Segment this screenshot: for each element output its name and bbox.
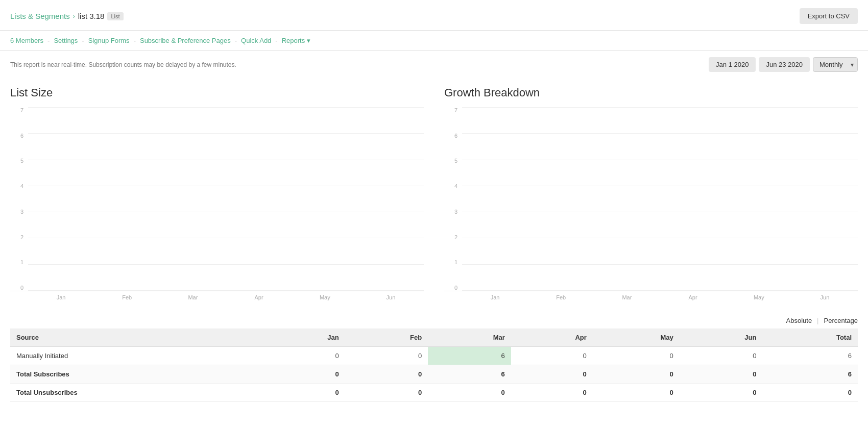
start-date-button[interactable]: Jan 1 2020	[709, 57, 756, 72]
table-cell: 6	[762, 365, 858, 384]
y-axis-label: 3	[10, 209, 26, 215]
nav-sep-2: -	[82, 37, 84, 44]
table-cell: 0	[511, 347, 593, 365]
period-select[interactable]: Monthly Daily Weekly	[813, 57, 858, 72]
table-cell: 0	[345, 384, 428, 402]
breadcrumb-arrow: ›	[73, 13, 75, 20]
list-size-chart-area: 76543210 JanFebMarAprMayJun	[10, 108, 424, 312]
growth-chart: Growth Breakdown 76543210 JanFebMarAprMa…	[444, 78, 858, 312]
y-axis-label: 2	[444, 235, 460, 240]
table-cell: Total Subscribes	[10, 365, 263, 384]
list-size-title: List Size	[10, 78, 424, 99]
table-header-cell: Jan	[263, 328, 345, 347]
x-axis-label: Feb	[94, 294, 160, 300]
nav-quick-add[interactable]: Quick Add	[241, 37, 271, 44]
table-section: Absolute | Percentage SourceJanFebMarApr…	[0, 312, 868, 417]
x-axis-label: Jun	[792, 294, 858, 300]
table-cell: 0	[345, 347, 428, 365]
table-row: Total Unsubscribes0000000	[10, 384, 858, 402]
y-axis-label: 0	[10, 285, 26, 291]
report-bar: This report is near real-time. Subscript…	[0, 51, 868, 78]
table-cell: 0	[593, 384, 680, 402]
table-cell: 0	[593, 365, 680, 384]
nav-bar: 6 Members - Settings - Signup Forms - Su…	[0, 31, 868, 51]
nav-signup-forms[interactable]: Signup Forms	[88, 37, 130, 44]
report-note: This report is near real-time. Subscript…	[10, 61, 236, 68]
y-axis-label: 2	[10, 235, 26, 240]
growth-table: SourceJanFebMarAprMayJunTotal Manually I…	[10, 328, 858, 402]
table-cell: 0	[263, 347, 345, 365]
table-controls: Absolute | Percentage	[10, 312, 858, 328]
table-header-cell: Source	[10, 328, 263, 347]
table-header-cell: Feb	[345, 328, 428, 347]
nav-sep-4: -	[235, 37, 237, 44]
table-cell: 0	[680, 384, 763, 402]
table-cell: 0	[680, 365, 763, 384]
x-axis-label: Jun	[358, 294, 424, 300]
nav-settings[interactable]: Settings	[54, 37, 78, 44]
list-size-chart: List Size 76543210 JanFebMarAprMayJun	[10, 78, 424, 312]
growth-chart-inner: 76543210	[444, 108, 858, 291]
table-cell: 0	[511, 365, 593, 384]
breadcrumb-lists-link[interactable]: Lists & Segments	[10, 12, 70, 20]
breadcrumb-current: list 3.18	[78, 12, 105, 20]
top-bar: Lists & Segments › list 3.18 List Export…	[0, 0, 868, 31]
y-axis-label: 4	[444, 184, 460, 189]
growth-bars	[462, 108, 858, 291]
table-cell: 0	[345, 365, 428, 384]
table-cell: Manually Initiated	[10, 347, 263, 365]
y-axis-label: 5	[10, 158, 26, 164]
table-header-cell: May	[593, 328, 680, 347]
table-cell: 6	[762, 347, 858, 365]
table-cell: Total Unsubscribes	[10, 384, 263, 402]
table-cell: 0	[680, 347, 763, 365]
nav-sep-3: -	[134, 37, 136, 44]
absolute-link[interactable]: Absolute	[786, 317, 812, 324]
nav-members[interactable]: 6 Members	[10, 37, 43, 44]
growth-title: Growth Breakdown	[444, 78, 858, 99]
nav-subscribe-preference[interactable]: Subscribe & Preference Pages	[140, 37, 231, 44]
table-row: Manually Initiated0060006	[10, 347, 858, 365]
breadcrumb: Lists & Segments › list 3.18 List	[10, 12, 124, 20]
table-header-cell: Jun	[680, 328, 763, 347]
x-axis-label: May	[726, 294, 792, 300]
table-cell: 0	[593, 347, 680, 365]
growth-x-axis: JanFebMarAprMayJun	[462, 291, 858, 300]
table-cell: 0	[263, 384, 345, 402]
table-cell: 6	[428, 347, 511, 365]
end-date-button[interactable]: Jun 23 2020	[759, 57, 810, 72]
growth-y-axis: 76543210	[444, 108, 460, 291]
y-axis-label: 6	[10, 133, 26, 139]
list-size-chart-inner: 76543210	[10, 108, 424, 291]
table-cell: 0	[428, 384, 511, 402]
table-row: Total Subscribes0060006	[10, 365, 858, 384]
table-header-cell: Total	[762, 328, 858, 347]
y-axis-label: 3	[444, 209, 460, 215]
x-axis-label: May	[292, 294, 358, 300]
period-select-wrapper: Monthly Daily Weekly	[813, 57, 858, 72]
table-cell: 0	[263, 365, 345, 384]
export-csv-button[interactable]: Export to CSV	[800, 8, 858, 24]
x-axis-label: Mar	[594, 294, 660, 300]
list-size-bars	[28, 108, 424, 291]
y-axis-label: 1	[444, 260, 460, 265]
table-header-cell: Apr	[511, 328, 593, 347]
y-axis-label: 7	[444, 108, 460, 113]
charts-row: List Size 76543210 JanFebMarAprMayJun Gr…	[0, 78, 868, 312]
percentage-link[interactable]: Percentage	[824, 317, 858, 324]
table-header-row: SourceJanFebMarAprMayJunTotal	[10, 328, 858, 347]
y-axis-label: 7	[10, 108, 26, 113]
chart-divider	[424, 78, 444, 312]
table-cell: 6	[428, 365, 511, 384]
y-axis-label: 0	[444, 285, 460, 291]
x-axis-label: Apr	[226, 294, 292, 300]
nav-sep-1: -	[47, 37, 50, 44]
date-controls: Jan 1 2020 Jun 23 2020 Monthly Daily Wee…	[709, 57, 858, 72]
list-size-y-axis: 76543210	[10, 108, 26, 291]
y-axis-label: 1	[10, 260, 26, 265]
table-control-sep: |	[817, 317, 818, 324]
growth-chart-area: 76543210 JanFebMarAprMayJun	[444, 108, 858, 312]
table-header-cell: Mar	[428, 328, 511, 347]
table-cell: 0	[511, 384, 593, 402]
nav-reports[interactable]: Reports ▾	[282, 37, 310, 44]
